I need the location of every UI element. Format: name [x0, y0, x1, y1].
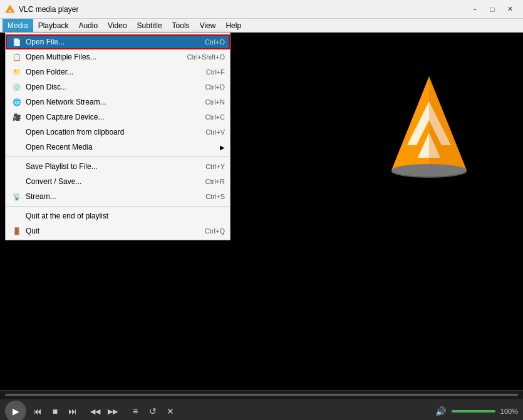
svg-marker-6	[429, 76, 467, 170]
open-file-label: Open File...	[26, 38, 192, 46]
open-clipboard-icon	[11, 127, 23, 137]
menu-item-open-file[interactable]: 📄 Open File... Ctrl+O	[6, 34, 230, 49]
menu-subtitle[interactable]: Subtitle	[132, 19, 167, 32]
menu-item-open-network[interactable]: 🌐 Open Network Stream... Ctrl+N	[6, 95, 230, 110]
window-controls: − □ ✕	[467, 3, 518, 16]
next-button[interactable]: ⏭	[64, 402, 81, 420]
open-clipboard-label: Open Location from clipboard	[26, 128, 193, 136]
svg-rect-1	[9, 10, 11, 12]
menu-view[interactable]: View	[195, 19, 221, 32]
open-file-shortcut: Ctrl+O	[205, 38, 225, 46]
quit-label: Quit	[26, 227, 192, 235]
volume-icon[interactable]: 🔊	[432, 402, 449, 420]
open-file-icon: 📄	[11, 37, 23, 47]
play-button[interactable]: ▶	[5, 401, 26, 420]
open-recent-icon	[11, 142, 23, 152]
menu-tools[interactable]: Tools	[167, 19, 195, 32]
app-icon	[5, 4, 15, 14]
frame-next-button[interactable]: ▶▶	[104, 402, 122, 420]
menu-item-stream[interactable]: 📡 Stream... Ctrl+S	[6, 189, 230, 204]
open-multiple-label: Open Multiple Files...	[26, 53, 174, 61]
open-folder-label: Open Folder...	[26, 68, 194, 76]
menu-media[interactable]: Media	[3, 19, 33, 32]
menu-item-open-recent[interactable]: Open Recent Media ▶	[6, 140, 230, 155]
title-bar: VLC media player − □ ✕	[0, 0, 523, 19]
separator-2	[6, 206, 230, 207]
media-dropdown-menu: 📄 Open File... Ctrl+O 📋 Open Multiple Fi…	[5, 33, 230, 240]
menu-playback[interactable]: Playback	[33, 19, 74, 32]
open-capture-label: Open Capture Device...	[26, 113, 193, 121]
save-playlist-label: Save Playlist to File...	[26, 162, 193, 171]
minimize-button[interactable]: −	[467, 3, 483, 16]
open-recent-label: Open Recent Media	[26, 143, 220, 151]
progress-track[interactable]	[5, 394, 518, 396]
volume-fill	[452, 410, 495, 412]
frame-prev-button[interactable]: ◀◀	[86, 402, 104, 420]
open-disc-label: Open Disc...	[26, 83, 193, 91]
menu-item-open-capture[interactable]: 🎥 Open Capture Device... Ctrl+C	[6, 110, 230, 125]
open-network-shortcut: Ctrl+N	[205, 98, 225, 106]
menu-item-quit[interactable]: 🚪 Quit Ctrl+Q	[6, 223, 230, 238]
controls-row: ▶ ⏮ ■ ⏭ ◀◀ ▶▶ ≡ ↺ ✕ 🔊 100%	[0, 399, 523, 420]
restore-button[interactable]: □	[484, 3, 500, 16]
main-content: 📄 Open File... Ctrl+O 📋 Open Multiple Fi…	[0, 33, 523, 390]
quit-shortcut: Ctrl+Q	[205, 227, 225, 235]
menu-item-save-playlist[interactable]: Save Playlist to File... Ctrl+Y	[6, 159, 230, 174]
playlist-button[interactable]: ≡	[127, 402, 144, 420]
convert-save-label: Convert / Save...	[26, 177, 193, 186]
open-disc-icon: 💿	[11, 82, 23, 92]
quit-end-label: Quit at the end of playlist	[26, 212, 212, 220]
quit-end-icon	[11, 211, 23, 221]
menu-item-open-multiple[interactable]: 📋 Open Multiple Files... Ctrl+Shift+O	[6, 49, 230, 64]
menu-video[interactable]: Video	[103, 19, 132, 32]
stop-button[interactable]: ■	[46, 402, 64, 420]
svg-point-8	[391, 164, 467, 177]
progress-bar-area[interactable]	[0, 391, 523, 399]
open-folder-shortcut: Ctrl+F	[206, 68, 225, 76]
menu-help[interactable]: Help	[220, 19, 246, 32]
separator-1	[6, 156, 230, 157]
open-network-label: Open Network Stream...	[26, 98, 193, 106]
open-network-icon: 🌐	[11, 97, 23, 107]
submenu-arrow: ▶	[220, 144, 225, 151]
open-capture-icon: 🎥	[11, 112, 23, 122]
quit-icon: 🚪	[11, 226, 23, 236]
window-title: VLC media player	[19, 5, 467, 14]
open-clipboard-shortcut: Ctrl+V	[205, 128, 225, 136]
menu-bar: Media Playback Audio Video Subtitle Tool…	[0, 19, 523, 33]
open-disc-shortcut: Ctrl+D	[205, 83, 225, 91]
loop-button[interactable]: ↺	[144, 402, 162, 420]
shuffle-button[interactable]: ✕	[162, 402, 179, 420]
menu-item-open-disc[interactable]: 💿 Open Disc... Ctrl+D	[6, 79, 230, 95]
stream-label: Stream...	[26, 192, 193, 201]
open-capture-shortcut: Ctrl+C	[205, 113, 225, 121]
vlc-logo	[385, 70, 473, 183]
volume-label: 100%	[498, 407, 518, 415]
volume-area: 🔊 100%	[432, 402, 518, 420]
volume-track[interactable]	[452, 410, 495, 412]
convert-save-icon	[11, 177, 23, 187]
stream-shortcut: Ctrl+S	[205, 193, 225, 200]
open-multiple-shortcut: Ctrl+Shift+O	[187, 53, 225, 61]
open-folder-icon: 📁	[11, 67, 23, 77]
save-playlist-icon	[11, 161, 23, 172]
menu-audio[interactable]: Audio	[73, 19, 103, 32]
save-playlist-shortcut: Ctrl+Y	[205, 163, 225, 170]
close-button[interactable]: ✕	[502, 3, 518, 16]
convert-save-shortcut: Ctrl+R	[205, 178, 225, 185]
dropdown-overlay: 📄 Open File... Ctrl+O 📋 Open Multiple Fi…	[0, 33, 232, 390]
open-multiple-icon: 📋	[11, 52, 23, 62]
menu-item-open-folder[interactable]: 📁 Open Folder... Ctrl+F	[6, 64, 230, 79]
menu-item-open-clipboard[interactable]: Open Location from clipboard Ctrl+V	[6, 125, 230, 140]
menu-item-convert-save[interactable]: Convert / Save... Ctrl+R	[6, 174, 230, 189]
prev-button[interactable]: ⏮	[29, 402, 46, 420]
menu-item-quit-end[interactable]: Quit at the end of playlist	[6, 208, 230, 223]
bottom-controls: ▶ ⏮ ■ ⏭ ◀◀ ▶▶ ≡ ↺ ✕ 🔊 100%	[0, 390, 523, 420]
stream-icon: 📡	[11, 192, 23, 202]
